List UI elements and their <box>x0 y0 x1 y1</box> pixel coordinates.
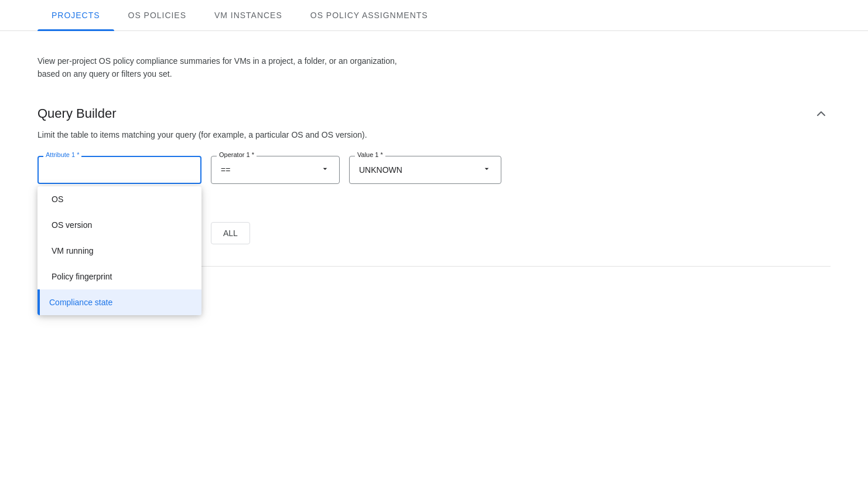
dropdown-item-policy-fingerprint[interactable]: Policy fingerprint <box>37 264 201 289</box>
dropdown-label-os-version: OS version <box>52 220 92 230</box>
operator1-select[interactable]: == <box>211 156 340 184</box>
dropdown-label-vm-running: VM running <box>52 246 94 255</box>
attribute1-field-group: Attribute 1 * OS OS version VM running <box>37 156 201 184</box>
query-row: Attribute 1 * OS OS version VM running <box>37 156 831 184</box>
query-builder-section: Query Builder Limit the table to items m… <box>37 104 831 294</box>
value1-value: UNKNOWN <box>359 165 402 175</box>
query-builder-subtitle: Limit the table to items matching your q… <box>37 130 831 139</box>
selected-indicator <box>37 289 40 315</box>
dropdown-item-compliance-state[interactable]: Compliance state <box>37 289 201 315</box>
dropdown-label-compliance-state: Compliance state <box>49 298 112 307</box>
attribute1-label: Attribute 1 * <box>43 151 81 158</box>
query-builder-title: Query Builder <box>37 106 117 121</box>
value1-label: Value 1 * <box>355 151 385 158</box>
dropdown-item-os[interactable]: OS <box>37 186 201 212</box>
top-nav: PROJECTS OS POLICIES VM INSTANCES OS POL… <box>0 0 868 31</box>
dropdown-item-vm-running[interactable]: VM running <box>37 238 201 264</box>
tab-os-policies[interactable]: OS POLICIES <box>114 0 200 30</box>
dropdown-item-os-version[interactable]: OS version <box>37 212 201 238</box>
operator1-chevron-down-icon <box>320 164 330 175</box>
dropdown-label-os: OS <box>52 195 63 204</box>
add-all-button[interactable]: ALL <box>211 222 250 244</box>
operator1-field-group: Operator 1 * == <box>211 156 340 184</box>
attribute1-dropdown: OS OS version VM running Policy fingerpr… <box>37 186 201 315</box>
dropdown-label-policy-fingerprint: Policy fingerprint <box>52 272 112 281</box>
tab-projects[interactable]: PROJECTS <box>37 0 114 30</box>
value1-chevron-down-icon <box>482 164 491 175</box>
collapse-button[interactable] <box>812 104 831 123</box>
tab-os-policy-assignments[interactable]: OS POLICY ASSIGNMENTS <box>296 0 442 30</box>
tab-vm-instances[interactable]: VM INSTANCES <box>200 0 296 30</box>
value1-select[interactable]: UNKNOWN <box>349 156 501 184</box>
value1-field-group: Value 1 * UNKNOWN <box>349 156 501 184</box>
operator1-value: == <box>221 165 230 175</box>
query-builder-header: Query Builder <box>37 104 831 123</box>
page-description: View per-project OS policy compliance su… <box>37 54 412 81</box>
operator1-label: Operator 1 * <box>217 151 257 158</box>
attribute1-select[interactable] <box>37 156 201 184</box>
